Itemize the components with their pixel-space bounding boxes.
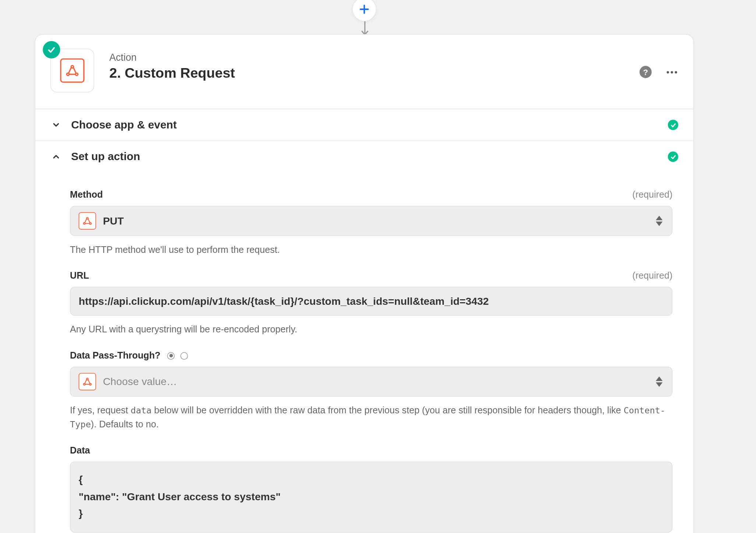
data-textarea[interactable]: { "name": "Grant User access to systems"… [70, 462, 672, 533]
more-menu-button[interactable] [667, 71, 679, 73]
method-label: Method [70, 190, 103, 200]
svg-marker-9 [656, 216, 663, 220]
section-title: Choose app & event [71, 119, 177, 131]
chevron-up-icon [50, 151, 62, 162]
svg-marker-15 [656, 382, 663, 387]
url-label: URL [70, 271, 89, 281]
section-complete-badge [668, 152, 678, 162]
svg-marker-10 [656, 222, 663, 226]
webhook-icon [65, 63, 80, 78]
radio-option-selected[interactable] [167, 352, 175, 359]
plus-icon [358, 3, 370, 15]
required-tag: (required) [632, 271, 672, 281]
select-sort-icon [656, 216, 663, 226]
passthrough-radio-group[interactable] [167, 352, 188, 359]
setup-action-section-header[interactable]: Set up action [35, 141, 693, 172]
action-step-card: Action 2. Custom Request ? Choose app & … [35, 34, 694, 533]
svg-marker-14 [656, 377, 663, 381]
select-sort-icon [656, 377, 663, 387]
passthrough-placeholder: Choose value… [103, 375, 177, 388]
radio-option[interactable] [181, 352, 188, 359]
setup-action-body: Method (required) PUT [35, 190, 693, 533]
method-value: PUT [103, 215, 124, 227]
data-line: { [79, 471, 664, 488]
url-value: https://api.clickup.com/api/v1/task/{tas… [79, 295, 489, 307]
status-complete-badge [43, 41, 60, 59]
data-label: Data [70, 445, 90, 456]
method-select[interactable]: PUT [70, 206, 672, 236]
section-complete-badge [668, 120, 678, 130]
data-line: } [79, 506, 664, 523]
choose-app-event-section-header[interactable]: Choose app & event [35, 109, 693, 141]
help-button[interactable]: ? [640, 66, 652, 78]
method-helper: The HTTP method we'll use to perform the… [70, 243, 672, 257]
passthrough-helper: If yes, request data below will be overr… [70, 404, 672, 431]
check-icon [47, 45, 56, 54]
passthrough-field-group: Data Pass-Through? Choose v [70, 350, 672, 431]
required-tag: (required) [632, 190, 672, 200]
chevron-down-icon [50, 119, 62, 131]
step-title: 2. Custom Request [109, 65, 235, 81]
url-field-group: URL (required) https://api.clickup.com/a… [70, 271, 672, 336]
passthrough-select[interactable]: Choose value… [70, 367, 672, 397]
add-step-button[interactable] [352, 0, 377, 21]
method-field-group: Method (required) PUT [70, 190, 672, 257]
url-input[interactable]: https://api.clickup.com/api/v1/task/{tas… [70, 287, 672, 316]
section-title: Set up action [71, 150, 140, 163]
passthrough-label: Data Pass-Through? [70, 350, 188, 361]
webhook-icon [79, 212, 96, 230]
data-line: "name": "Grant User access to systems" [79, 488, 664, 506]
url-helper: Any URL with a querystring will be re-en… [70, 323, 672, 337]
webhook-icon [79, 373, 96, 390]
step-subtitle: Action [109, 52, 235, 63]
card-header: Action 2. Custom Request ? [35, 35, 693, 109]
data-field-group: Data { "name": "Grant User access to sys… [70, 445, 672, 533]
app-icon [50, 49, 94, 92]
